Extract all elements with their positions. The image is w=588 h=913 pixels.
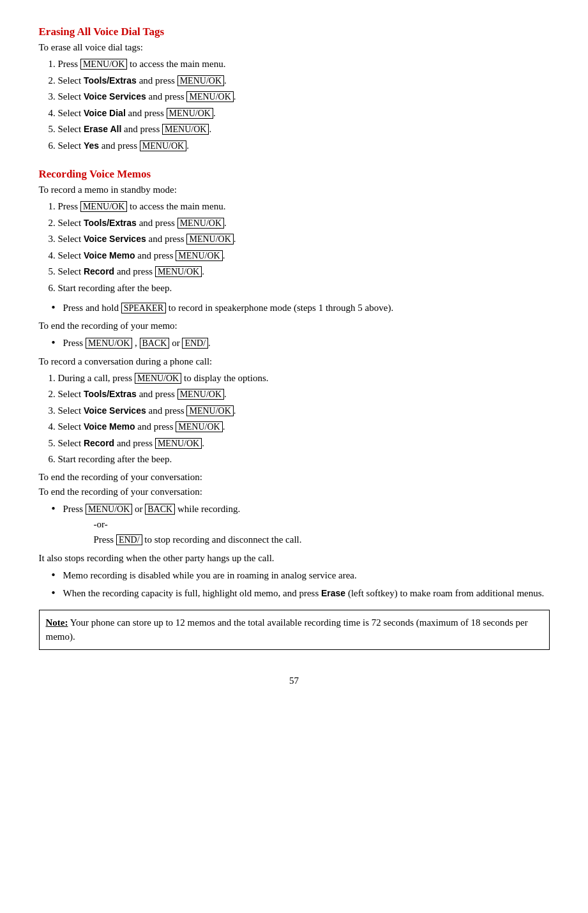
tools-extras-label: Tools/Extras bbox=[84, 389, 137, 399]
menu-ok-key: MENU/OK bbox=[135, 373, 181, 384]
end-conv-intro1: To end the recording of your conversatio… bbox=[39, 472, 550, 483]
erase-label: Erase bbox=[321, 588, 345, 598]
erasing-step-6: Select Yes and press MENU/OK. bbox=[58, 139, 550, 153]
menu-ok-key: MENU/OK bbox=[176, 250, 222, 261]
also-stops-text: It also stops recording when the other p… bbox=[39, 553, 550, 564]
note-label: Note: bbox=[46, 617, 68, 628]
menu-ok-key: MENU/OK bbox=[162, 124, 209, 135]
conversation-step-6: Start recording after the beep. bbox=[58, 452, 550, 467]
end-conv-bullet-list: Press MENU/OK or BACK while recording. -… bbox=[52, 501, 550, 548]
standby-step-3: Select Voice Services and press MENU/OK. bbox=[58, 232, 550, 246]
voice-services-label: Voice Services bbox=[84, 234, 146, 244]
voice-memo-label: Voice Memo bbox=[84, 421, 135, 432]
erasing-step-5: Select Erase All and press MENU/OK. bbox=[58, 122, 550, 137]
erasing-intro: To erase all voice dial tags: bbox=[39, 42, 550, 53]
end-key: END/ bbox=[116, 534, 142, 545]
erasing-step-3: Select Voice Services and press MENU/OK. bbox=[58, 89, 550, 104]
recording-section: Recording Voice Memos To record a memo i… bbox=[39, 168, 550, 650]
note-box: Note: Your phone can store up to 12 memo… bbox=[39, 610, 550, 650]
tools-extras-label: Tools/Extras bbox=[84, 75, 137, 86]
menu-ok-key: MENU/OK bbox=[140, 140, 186, 151]
note-text: Your phone can store up to 12 memos and … bbox=[46, 617, 528, 642]
voice-memo-label: Voice Memo bbox=[84, 250, 135, 260]
menu-ok-key: MENU/OK bbox=[86, 504, 132, 515]
standby-intro: To record a memo in standby mode: bbox=[39, 185, 550, 195]
speaker-key: SPEAKER bbox=[121, 303, 166, 313]
end-key: END/ bbox=[182, 338, 208, 349]
menu-ok-key: MENU/OK bbox=[177, 389, 224, 400]
erasing-step-2: Select Tools/Extras and press MENU/OK. bbox=[58, 73, 550, 88]
menu-ok-key: MENU/OK bbox=[177, 218, 224, 229]
end-conv-bullet-item: Press MENU/OK or BACK while recording. -… bbox=[52, 501, 550, 548]
standby-step-4: Select Voice Memo and press MENU/OK. bbox=[58, 248, 550, 263]
menu-ok-key: MENU/OK bbox=[176, 421, 222, 432]
erasing-step-4: Select Voice Dial and press MENU/OK. bbox=[58, 106, 550, 121]
record-label: Record bbox=[84, 266, 114, 276]
menu-ok-key: MENU/OK bbox=[186, 234, 233, 245]
end-memo-bullet-list: Press MENU/OK , BACK or END/. bbox=[52, 335, 550, 351]
conversation-step-5: Select Record and press MENU/OK. bbox=[58, 436, 550, 451]
speaker-bullet-item: Press and hold SPEAKER to record in spea… bbox=[52, 300, 550, 315]
extra-bullets-list: Memo recording is disabled while you are… bbox=[52, 568, 550, 601]
record-label: Record bbox=[84, 438, 114, 448]
extra-bullet-1: Memo recording is disabled while you are… bbox=[52, 568, 550, 583]
back-key: BACK bbox=[145, 504, 175, 515]
menu-ok-key: MENU/OK bbox=[80, 201, 127, 212]
conversation-steps-list: During a call, press MENU/OK to display … bbox=[58, 371, 550, 467]
standby-step-1: Press MENU/OK to access the main menu. bbox=[58, 199, 550, 214]
back-key: BACK bbox=[140, 338, 170, 349]
conversation-step-2: Select Tools/Extras and press MENU/OK. bbox=[58, 387, 550, 402]
standby-step-5: Select Record and press MENU/OK. bbox=[58, 264, 550, 279]
recording-title: Recording Voice Memos bbox=[39, 168, 550, 181]
end-conv-intro2: To end the recording of your conversatio… bbox=[39, 487, 550, 497]
menu-ok-key: MENU/OK bbox=[186, 405, 233, 416]
erasing-steps-list: Press MENU/OK to access the main menu. S… bbox=[58, 57, 550, 153]
menu-ok-key: MENU/OK bbox=[80, 59, 127, 70]
speaker-bullet-list: Press and hold SPEAKER to record in spea… bbox=[52, 300, 550, 315]
standby-steps-list: Press MENU/OK to access the main menu. S… bbox=[58, 199, 550, 295]
end-memo-bullet-item: Press MENU/OK , BACK or END/. bbox=[52, 335, 550, 351]
erasing-section: Erasing All Voice Dial Tags To erase all… bbox=[39, 26, 550, 153]
voice-dial-label: Voice Dial bbox=[84, 108, 126, 118]
conversation-step-3: Select Voice Services and press MENU/OK. bbox=[58, 404, 550, 418]
menu-ok-key: MENU/OK bbox=[186, 91, 233, 102]
conversation-intro: To record a conversation during a phone … bbox=[39, 356, 550, 367]
tools-extras-label: Tools/Extras bbox=[84, 218, 137, 228]
page-number: 57 bbox=[39, 675, 550, 686]
standby-step-6: Start recording after the beep. bbox=[58, 281, 550, 296]
page-content: Erasing All Voice Dial Tags To erase all… bbox=[39, 26, 550, 686]
erasing-title: Erasing All Voice Dial Tags bbox=[39, 26, 550, 38]
standby-step-2: Select Tools/Extras and press MENU/OK. bbox=[58, 216, 550, 230]
menu-ok-key: MENU/OK bbox=[86, 338, 132, 349]
voice-services-label: Voice Services bbox=[84, 91, 146, 102]
erase-all-label: Erase All bbox=[84, 124, 121, 134]
erasing-step-1: Press MENU/OK to access the main menu. bbox=[58, 57, 550, 72]
end-memo-intro: To end the recording of your memo: bbox=[39, 321, 550, 331]
menu-ok-key: MENU/OK bbox=[155, 438, 202, 449]
extra-bullet-2: When the recording capacity is full, hig… bbox=[52, 585, 550, 601]
menu-ok-key: MENU/OK bbox=[177, 75, 224, 86]
conversation-step-4: Select Voice Memo and press MENU/OK. bbox=[58, 419, 550, 434]
menu-ok-key: MENU/OK bbox=[155, 266, 202, 277]
conversation-step-1: During a call, press MENU/OK to display … bbox=[58, 371, 550, 386]
or-text: -or- bbox=[94, 517, 550, 532]
yes-label: Yes bbox=[84, 140, 99, 151]
press-end-text: Press END/ to stop recording and disconn… bbox=[94, 532, 550, 547]
menu-ok-key: MENU/OK bbox=[167, 108, 213, 119]
voice-services-label: Voice Services bbox=[84, 405, 146, 416]
